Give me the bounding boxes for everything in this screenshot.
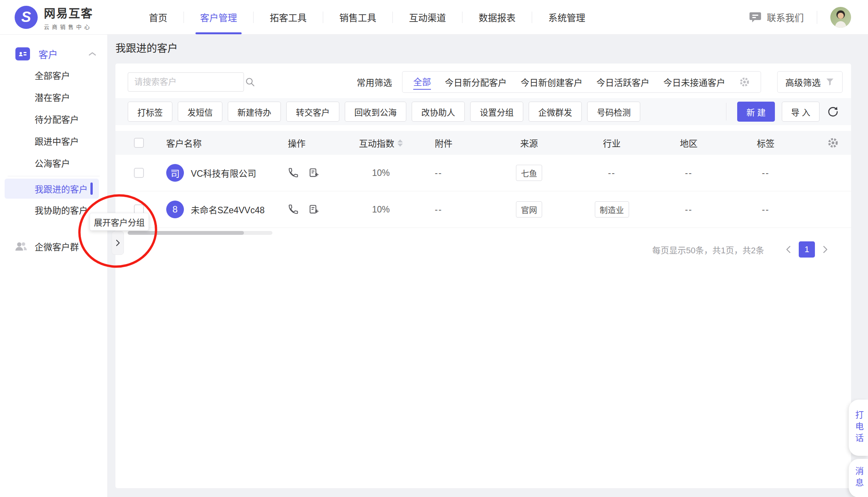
tags-value: -- (727, 168, 804, 178)
sidebar-item-wecom-customer-groups[interactable]: 企微客户群 (0, 237, 107, 256)
source-tag: 七鱼 (516, 165, 542, 181)
tag-button[interactable]: 打标签 (128, 102, 172, 122)
search-icon[interactable] (245, 77, 255, 87)
horizontal-scrollbar-track[interactable] (128, 231, 272, 235)
interaction-index-label: 互动指数 (359, 136, 394, 149)
brand-logo-letter: S (21, 9, 31, 25)
brand-logo[interactable]: S 网易互客 云商销售中心 (0, 4, 133, 30)
select-all-checkbox[interactable] (134, 138, 144, 148)
number-check-button[interactable]: 号码检测 (587, 102, 640, 122)
sort-icons[interactable] (397, 139, 403, 147)
recycle-to-public-sea-button[interactable]: 回收到公海 (345, 102, 406, 122)
transfer-customer-button[interactable]: 转交客户 (286, 102, 339, 122)
table-header: 客户名称 操作 互动指数 附件 来源 行业 地区 标签 (115, 131, 851, 155)
sidebar-item-my-followed-customers[interactable]: 我跟进的客户 (5, 179, 99, 199)
table-row[interactable]: 8 未命名SZe4VVc48 10% -- 官网 制造业 -- -- (115, 191, 851, 228)
wecom-mass-send-button[interactable]: 企微群发 (529, 102, 582, 122)
sort-desc-icon[interactable] (397, 144, 403, 147)
expand-customer-groups-handle[interactable] (112, 231, 124, 255)
filter-chip-group: 全部 今日新分配客户 今日新创建客户 今日活跃客户 今日未接通客户 (402, 71, 761, 93)
filter-chip-all[interactable]: 全部 (413, 75, 431, 90)
new-todo-button[interactable]: 新建待办 (228, 102, 281, 122)
user-avatar[interactable] (830, 7, 851, 28)
attachment-value: -- (427, 204, 485, 215)
sidebar-section-customers[interactable]: 客户 (0, 35, 107, 64)
current-page-button[interactable]: 1 (799, 241, 815, 258)
operations-cell (277, 204, 335, 215)
filter-chip-today-newly-created[interactable]: 今日新创建客户 (521, 75, 583, 89)
next-page-icon[interactable] (819, 245, 832, 254)
toolbar: 打标签 发短信 新建待办 转交客户 回收到公海 改协助人 设置分组 企微群发 号… (115, 98, 851, 125)
customer-name[interactable]: VC科技有限公司 (191, 166, 256, 179)
sidebar-item-public-sea-customers[interactable]: 公海客户 (0, 152, 107, 174)
top-header: S 网易互客 云商销售中心 首页 客户管理 拓客工具 销售工具 互动渠道 数据报… (0, 0, 868, 35)
customer-name-cell[interactable]: 8 未命名SZe4VVc48 (150, 201, 277, 218)
region-value: -- (650, 168, 727, 178)
refresh-icon[interactable] (826, 105, 839, 118)
customer-name-cell[interactable]: 司 VC科技有限公司 (150, 164, 277, 182)
tags-value: -- (727, 204, 804, 215)
sidebar-item-all-customers[interactable]: 全部客户 (0, 64, 107, 86)
filter-chip-today-unanswered[interactable]: 今日未接通客户 (663, 75, 725, 89)
column-header-tags: 标签 (727, 136, 804, 149)
chat-bubble-icon (749, 12, 761, 23)
main-nav: 首页 客户管理 拓客工具 销售工具 互动渠道 数据报表 系统管理 (133, 0, 601, 34)
advanced-filter-button[interactable]: 高级筛选 (777, 71, 843, 93)
phone-call-icon[interactable] (288, 204, 299, 215)
advanced-filter-label: 高级筛选 (785, 75, 821, 89)
filter-line: 常用筛选 全部 今日新分配客户 今日新创建客户 今日活跃客户 今日未接通客户 高… (128, 71, 843, 93)
add-followup-record-icon[interactable] (308, 204, 319, 215)
sidebar-item-unassigned-customers[interactable]: 待分配客户 (0, 108, 107, 130)
header-divider (817, 11, 817, 24)
customer-avatar: 司 (166, 164, 184, 182)
customer-card-icon (15, 47, 30, 60)
brand-logo-icon: S (15, 6, 38, 29)
phone-call-icon[interactable] (288, 167, 299, 178)
contact-us-link[interactable]: 联系我们 (767, 10, 804, 24)
sort-asc-icon[interactable] (397, 139, 403, 142)
create-button[interactable]: 新 建 (737, 102, 775, 122)
chevron-up-icon[interactable] (88, 51, 97, 57)
industry-value: -- (573, 168, 650, 178)
send-sms-button[interactable]: 发短信 (178, 102, 222, 122)
change-assistant-button[interactable]: 改协助人 (412, 102, 465, 122)
sidebar-group-label: 企微客户群 (35, 240, 79, 253)
filter-chip-today-active[interactable]: 今日活跃客户 (596, 75, 649, 89)
main-card: 常用筛选 全部 今日新分配客户 今日新创建客户 今日活跃客户 今日未接通客户 高… (115, 64, 851, 488)
table-row[interactable]: 司 VC科技有限公司 10% -- 七鱼 -- -- -- (115, 155, 851, 191)
column-header-interaction-index[interactable]: 互动指数 (335, 136, 427, 149)
nav-item-data-reports[interactable]: 数据报表 (462, 0, 532, 34)
sidebar-item-potential-customers[interactable]: 潜在客户 (0, 86, 107, 108)
nav-item-system-management[interactable]: 系统管理 (532, 0, 601, 34)
row-checkbox[interactable] (134, 168, 144, 178)
column-header-industry: 行业 (573, 136, 650, 149)
column-header-region: 地区 (650, 136, 727, 149)
messages-floating-button[interactable]: 消息 (849, 459, 868, 497)
make-call-floating-button[interactable]: 打电话 (849, 400, 868, 456)
filter-settings-gear-icon[interactable] (739, 77, 750, 87)
header-right: 联系我们 (749, 7, 868, 28)
nav-item-sales-tools[interactable]: 销售工具 (323, 0, 392, 34)
nav-item-customer-management[interactable]: 客户管理 (184, 0, 253, 34)
sidebar-item-following-customers[interactable]: 跟进中客户 (0, 130, 107, 152)
nav-item-home[interactable]: 首页 (133, 0, 184, 34)
column-header-name[interactable]: 客户名称 (150, 136, 277, 149)
set-group-button[interactable]: 设置分组 (470, 102, 523, 122)
nav-item-acquisition-tools[interactable]: 拓客工具 (254, 0, 323, 34)
sidebar-section-label: 客户 (38, 47, 58, 61)
column-settings-gear-icon[interactable] (827, 137, 839, 149)
pagination-summary: 每页显示50条，共1页，共2条 (652, 243, 764, 256)
horizontal-scrollbar-thumb[interactable] (128, 231, 244, 235)
search-box (128, 72, 244, 92)
add-followup-record-icon[interactable] (308, 167, 319, 178)
brand-name: 网易互客 (44, 4, 93, 21)
region-value: -- (650, 204, 727, 215)
search-input[interactable] (134, 77, 245, 87)
customer-name[interactable]: 未命名SZe4VVc48 (191, 203, 265, 216)
import-button[interactable]: 导 入 (782, 102, 820, 122)
prev-page-icon[interactable] (782, 245, 795, 254)
tooltip-text: 展开客户分组 (94, 216, 145, 228)
nav-item-interaction-channels[interactable]: 互动渠道 (393, 0, 462, 34)
pagination: 每页显示50条，共1页，共2条 1 (652, 241, 832, 258)
filter-chip-today-newly-assigned[interactable]: 今日新分配客户 (445, 75, 507, 89)
